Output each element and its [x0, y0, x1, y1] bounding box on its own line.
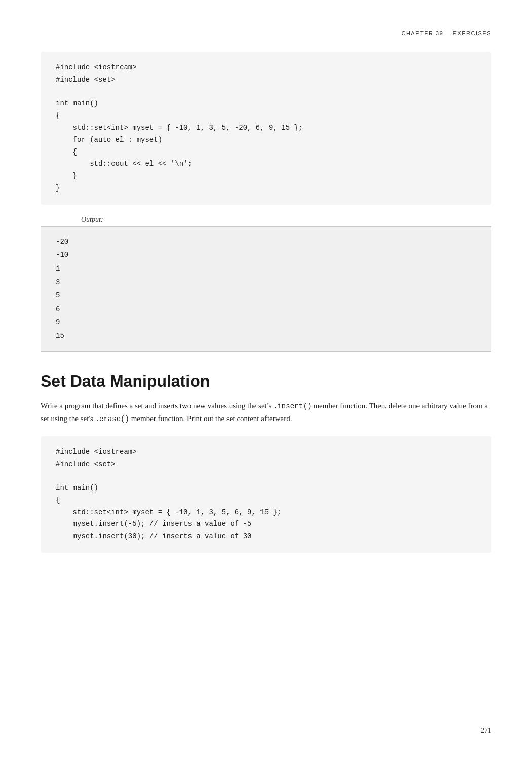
header-chapter-exercises: CHAPTER 39 EXERCISES	[401, 30, 491, 36]
section-description: Write a program that defines a set and i…	[41, 400, 491, 425]
output-label: Output:	[81, 216, 103, 223]
output-line-3: 1	[56, 262, 476, 276]
insert-code: .insert()	[273, 402, 312, 410]
page-header: CHAPTER 39 EXERCISES	[41, 30, 491, 36]
output-line-8: 15	[56, 329, 476, 343]
erase-code: .erase()	[95, 415, 129, 423]
output-line-6: 6	[56, 302, 476, 316]
page-number: 271	[481, 727, 491, 735]
output-line-7: 9	[56, 316, 476, 329]
exercises-label: EXERCISES	[453, 30, 491, 36]
second-code-block: #include <iostream> #include <set> int m…	[41, 436, 491, 553]
output-line-4: 3	[56, 276, 476, 289]
output-line-2: -10	[56, 248, 476, 262]
section-title: Set Data Manipulation	[41, 372, 491, 391]
output-line-1: -20	[56, 235, 476, 249]
first-code-block: #include <iostream> #include <set> int m…	[41, 52, 491, 205]
page: CHAPTER 39 EXERCISES #include <iostream>…	[0, 0, 532, 760]
output-line-5: 5	[56, 289, 476, 302]
output-block: -20 -10 1 3 5 6 9 15	[41, 226, 491, 352]
chapter-label: CHAPTER 39	[401, 30, 443, 36]
